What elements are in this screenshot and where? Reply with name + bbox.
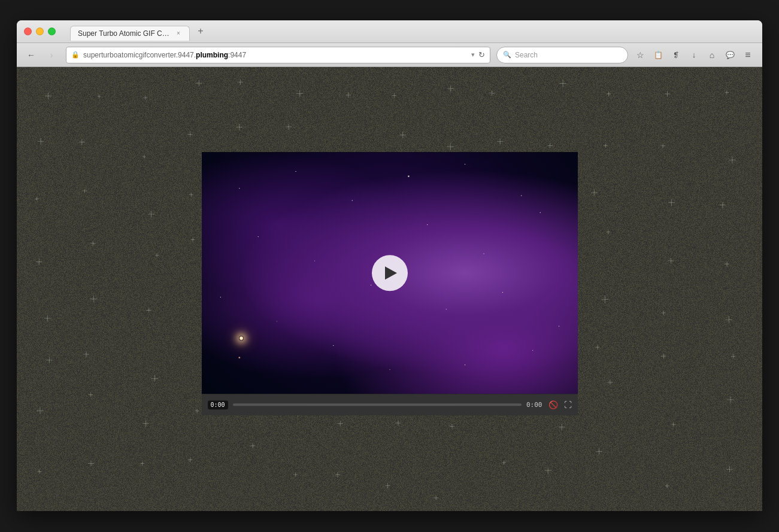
url-domain: plumbing — [196, 51, 228, 59]
traffic-lights — [24, 28, 56, 35]
dropdown-icon[interactable]: ▾ — [471, 51, 475, 59]
video-controls: 0:00 0:00 🚫 ⛶ — [202, 394, 578, 415]
nav-bar: ← › 🔒 superturboatomicgifconverter.9447.… — [17, 43, 762, 67]
search-icon: 🔍 — [503, 51, 511, 59]
chat-icon[interactable]: 💬 — [722, 47, 738, 63]
play-icon — [385, 266, 397, 279]
new-tab-button[interactable]: + — [192, 23, 209, 39]
url-text: superturboatomicgifconverter.9447.plumbi… — [83, 51, 468, 59]
maximize-button[interactable] — [48, 28, 56, 35]
page-content: 0:00 0:00 🚫 ⛶ — [17, 67, 762, 511]
search-bar[interactable]: 🔍 Search — [496, 47, 628, 63]
tab-bar: Super Turbo Atomic GIF Conver... × + — [70, 23, 755, 41]
video-container: 0:00 0:00 🚫 ⛶ — [202, 152, 578, 415]
menu-icon[interactable]: ≡ — [739, 47, 756, 63]
video-player[interactable] — [202, 152, 578, 394]
nav-icons: ☆ 📋 ❡ ↓ ⌂ 💬 ≡ — [632, 47, 756, 63]
reader-icon[interactable]: 📋 — [650, 47, 666, 63]
play-button[interactable] — [372, 255, 408, 291]
back-button[interactable]: ← — [23, 47, 40, 63]
mute-icon[interactable]: 🚫 — [547, 399, 559, 411]
url-bar[interactable]: 🔒 superturboatomicgifconverter.9447.plum… — [66, 47, 490, 63]
url-suffix: :9447 — [228, 51, 246, 59]
tab-label: Super Turbo Atomic GIF Conver... — [78, 29, 170, 38]
fullscreen-icon[interactable]: ⛶ — [564, 400, 572, 409]
current-time: 0:00 — [208, 400, 228, 409]
forward-button[interactable]: › — [43, 47, 60, 63]
bright-star — [239, 336, 244, 341]
title-bar: Super Turbo Atomic GIF Conver... × + — [17, 20, 762, 43]
home-icon[interactable]: ⌂ — [704, 47, 720, 63]
browser-window: Super Turbo Atomic GIF Conver... × + ← ›… — [17, 20, 762, 511]
progress-bar[interactable] — [233, 403, 522, 406]
active-tab[interactable]: Super Turbo Atomic GIF Conver... × — [70, 26, 190, 41]
bookmark-icon[interactable]: ☆ — [632, 47, 648, 63]
tab-close-button[interactable]: × — [175, 29, 182, 38]
minimize-button[interactable] — [36, 28, 44, 35]
refresh-button[interactable]: ↻ — [478, 50, 485, 59]
total-time: 0:00 — [526, 401, 542, 409]
pocket-icon[interactable]: ❡ — [668, 47, 684, 63]
search-input-label: Search — [515, 51, 622, 59]
lock-icon: 🔒 — [71, 51, 80, 59]
url-prefix: superturboatomicgifconverter.9447. — [83, 51, 196, 59]
close-button[interactable] — [24, 28, 32, 35]
download-icon[interactable]: ↓ — [686, 47, 702, 63]
